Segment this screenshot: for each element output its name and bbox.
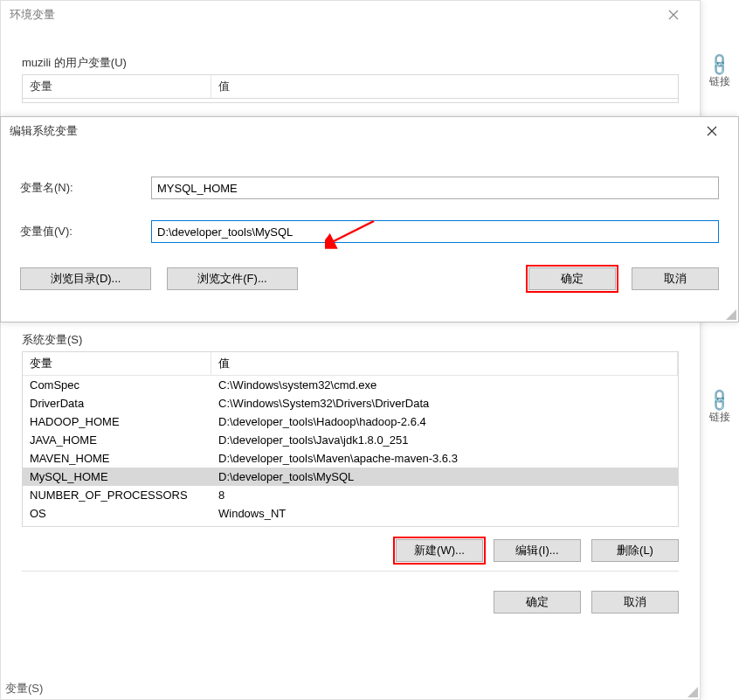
sys-table-header: 变量 值 xyxy=(23,352,678,376)
table-row: OSWindows_NT xyxy=(23,504,678,523)
close-icon[interactable] xyxy=(694,117,729,145)
user-table-body[interactable] xyxy=(22,98,679,103)
edit-ok-button[interactable]: 确定 xyxy=(528,267,616,290)
env-bottom-button-row: 确定 取消 xyxy=(22,591,679,613)
col-header-var[interactable]: 变量 xyxy=(23,75,211,98)
name-field-row: 变量名(N): xyxy=(20,177,719,199)
edit-button[interactable]: 编辑(I)... xyxy=(494,539,581,562)
name-input[interactable] xyxy=(151,177,719,199)
value-input[interactable] xyxy=(151,220,719,243)
value-label: 变量值(V): xyxy=(20,224,151,239)
env-variables-window: 环境变量 muzili 的用户变量(U) 变量 值 系统变量(S) 变量 值 C… xyxy=(0,0,701,700)
sys-vars-label: 系统变量(S) xyxy=(22,332,700,348)
user-vars-label: muzili 的用户变量(U) xyxy=(22,55,700,71)
browse-dir-button[interactable]: 浏览目录(D)... xyxy=(20,267,151,290)
side-link-item[interactable]: 🔗 链接 xyxy=(701,52,739,91)
delete-button[interactable]: 删除(L) xyxy=(591,539,679,562)
table-row: MAVEN_HOMED:\developer_tools\Maven\apach… xyxy=(23,449,678,468)
table-row: DriverDataC:\Windows\System32\Drivers\Dr… xyxy=(23,394,678,412)
table-row: ComSpecC:\Windows\system32\cmd.exe xyxy=(23,376,678,394)
edit-titlebar: 编辑系统变量 xyxy=(1,117,738,145)
value-field-row: 变量值(V): xyxy=(20,220,719,243)
resize-grip-icon[interactable] xyxy=(686,685,698,697)
sys-button-row: 新建(W)... 编辑(I)... 删除(L) xyxy=(22,539,679,562)
table-row: HADOOP_HOMED:\developer_tools\Hadoop\had… xyxy=(23,412,678,431)
side-link-item-2[interactable]: 🔗 链接 xyxy=(701,388,739,426)
env-cancel-button[interactable]: 取消 xyxy=(591,591,679,613)
col-header-val[interactable]: 值 xyxy=(211,75,678,98)
sys-col-var[interactable]: 变量 xyxy=(23,352,211,375)
table-row-selected: MySQL_HOMED:\developer_tools\MySQL xyxy=(23,468,678,486)
table-row: JAVA_HOMED:\developer_tools\Java\jdk1.8.… xyxy=(23,431,678,449)
name-label: 变量名(N): xyxy=(20,180,151,196)
resize-grip-icon[interactable] xyxy=(724,308,736,320)
sys-col-val[interactable]: 值 xyxy=(211,352,678,375)
env-ok-button[interactable]: 确定 xyxy=(494,591,581,613)
table-row: NUMBER_OF_PROCESSORS8 xyxy=(23,486,678,504)
env-titlebar: 环境变量 xyxy=(1,1,700,29)
browse-file-button[interactable]: 浏览文件(F)... xyxy=(167,267,298,290)
close-icon[interactable] xyxy=(656,1,691,29)
edit-title: 编辑系统变量 xyxy=(10,123,78,139)
sys-table: 变量 值 ComSpecC:\Windows\system32\cmd.exe … xyxy=(22,351,679,527)
edit-system-variable-dialog: 编辑系统变量 变量名(N): 变量值(V): 浏览目录(D)... 浏览文件(F… xyxy=(0,116,739,322)
user-table-header: 变量 值 xyxy=(22,74,679,98)
sys-table-body[interactable]: ComSpecC:\Windows\system32\cmd.exe Drive… xyxy=(23,376,678,526)
partial-bottom-label: 变量(S) xyxy=(0,677,175,700)
env-title: 环境变量 xyxy=(10,7,55,23)
new-button[interactable]: 新建(W)... xyxy=(396,539,483,562)
edit-cancel-button[interactable]: 取消 xyxy=(632,267,719,290)
